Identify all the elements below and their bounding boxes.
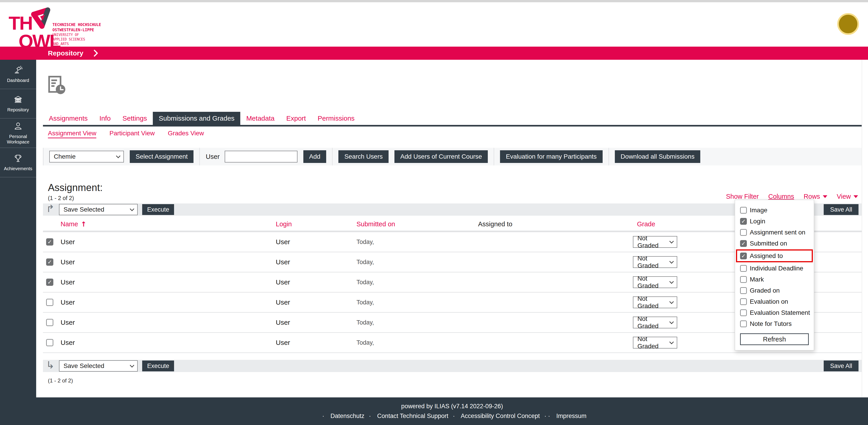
- assignment-select[interactable]: Chemie: [49, 151, 124, 163]
- caret-down-icon: [823, 195, 827, 198]
- sidebar-item-repository[interactable]: Repository: [0, 89, 36, 119]
- tab[interactable]: Permissions: [312, 112, 360, 125]
- row-checkbox[interactable]: [46, 319, 53, 326]
- add-user-button[interactable]: Add: [303, 150, 327, 163]
- grade-select[interactable]: Not Graded: [633, 276, 677, 288]
- row-name: User: [61, 278, 276, 286]
- subtab-label: Grades View: [168, 130, 204, 137]
- row-checkbox[interactable]: [46, 339, 53, 346]
- row-checkbox[interactable]: [46, 238, 53, 246]
- breadcrumb-bar: Repository: [0, 47, 868, 60]
- subtab-bar: Assignment View Participant View Grades …: [48, 130, 868, 138]
- view-link[interactable]: View: [837, 193, 858, 200]
- column-checkbox[interactable]: [740, 229, 747, 236]
- rows-link[interactable]: Rows: [804, 193, 827, 200]
- subtab[interactable]: Participant View: [110, 130, 155, 138]
- search-users-button[interactable]: Search Users: [338, 150, 389, 163]
- row-checkbox[interactable]: [46, 299, 53, 306]
- footer-link[interactable]: Datenschutz: [331, 413, 364, 419]
- columns-link[interactable]: Columns: [768, 193, 794, 200]
- evaluation-many-participants-button[interactable]: Evaluation for many Participants: [500, 150, 602, 163]
- user-avatar[interactable]: [837, 13, 859, 35]
- toolbar: Chemie Select Assignment User Add Search…: [43, 148, 862, 165]
- wordmark-line3: UNIVERSITY OF: [53, 33, 101, 37]
- sidebar: Dashboard Repository Personal Workspace: [0, 60, 36, 425]
- sidebar-item-personal-workspace[interactable]: Personal Workspace: [0, 119, 36, 148]
- user-input[interactable]: [225, 151, 298, 163]
- column-checkbox[interactable]: [740, 218, 747, 225]
- column-checkbox-label: Assignment sent on: [750, 229, 805, 236]
- subtab[interactable]: Assignment View: [48, 130, 96, 138]
- column-checkbox[interactable]: [740, 320, 747, 327]
- tab[interactable]: Info: [94, 112, 117, 125]
- save-all-button-bottom[interactable]: Save All: [824, 361, 859, 371]
- tab[interactable]: Assignments: [43, 112, 94, 125]
- columns-dropdown-item[interactable]: Note for Tutors: [735, 318, 814, 329]
- execute-button-top[interactable]: Execute: [142, 204, 174, 215]
- column-checkbox[interactable]: [740, 287, 747, 294]
- row-submitted-on: Today,: [356, 238, 478, 246]
- tab[interactable]: Settings: [117, 112, 153, 125]
- execute-button-bottom[interactable]: Execute: [142, 361, 174, 371]
- column-header-name[interactable]: Name ↑: [61, 220, 276, 228]
- column-checkbox[interactable]: [740, 309, 747, 316]
- row-checkbox[interactable]: [46, 258, 53, 266]
- columns-dropdown-item[interactable]: Assignment sent on: [735, 227, 814, 238]
- tab[interactable]: Export: [280, 112, 312, 125]
- sidebar-item-achievements[interactable]: Achievements: [0, 148, 36, 177]
- toolbar-separator: [199, 148, 200, 165]
- grade-select-value: Not Graded: [638, 315, 670, 330]
- grade-select[interactable]: Not Graded: [633, 337, 677, 348]
- refresh-button[interactable]: Refresh: [740, 333, 809, 345]
- column-checkbox[interactable]: [740, 265, 747, 272]
- columns-dropdown-item[interactable]: Assigned to: [736, 249, 813, 262]
- columns-dropdown-item[interactable]: Submitted on: [735, 238, 814, 249]
- row-checkbox[interactable]: [46, 279, 53, 286]
- column-header-submitted-on[interactable]: Submitted on: [356, 220, 478, 228]
- columns-dropdown-item[interactable]: Evaluation on: [735, 296, 814, 307]
- tab[interactable]: Metadata: [240, 112, 280, 125]
- columns-dropdown-item[interactable]: Image: [735, 205, 814, 216]
- columns-dropdown-item[interactable]: Login: [735, 216, 814, 227]
- footer-link-group: · Accessibility Control Concept: [448, 413, 540, 420]
- footer-link[interactable]: Impressum: [556, 413, 587, 419]
- footer-dot-separator: ·: [322, 413, 324, 419]
- subtab-label: Assignment View: [48, 130, 96, 137]
- add-users-current-course-button[interactable]: Add Users of Current Course: [395, 150, 488, 163]
- column-header-login[interactable]: Login: [276, 220, 356, 228]
- sidebar-item-dashboard[interactable]: Dashboard: [0, 60, 36, 89]
- save-selected-select-top[interactable]: Save Selected: [59, 204, 138, 215]
- row-login: User: [276, 299, 356, 306]
- column-checkbox[interactable]: [740, 298, 747, 305]
- column-checkbox[interactable]: [740, 253, 747, 259]
- logo-triangle-icon: [29, 6, 54, 32]
- download-all-submissions-button[interactable]: Download all Submissions: [615, 150, 701, 163]
- column-checkbox[interactable]: [740, 276, 747, 283]
- bank-icon: [13, 95, 23, 105]
- grade-select[interactable]: Not Graded: [633, 236, 677, 248]
- columns-dropdown-item[interactable]: Evaluation Statement: [735, 307, 814, 318]
- footer-link[interactable]: Accessibility Control Concept: [461, 413, 540, 419]
- columns-dropdown-item[interactable]: Graded on: [735, 285, 814, 296]
- sort-ascending-icon: ↑: [81, 220, 86, 228]
- show-filter-link[interactable]: Show Filter: [726, 193, 759, 200]
- caret-down-icon: [854, 195, 858, 198]
- grade-select[interactable]: Not Graded: [633, 317, 677, 329]
- th-owl-logo[interactable]: TH OWL TECHNISCHE HOCHSCHULE OSTWESTFALE…: [8, 6, 114, 52]
- column-checkbox[interactable]: [740, 240, 747, 247]
- subtab[interactable]: Grades View: [168, 130, 204, 138]
- columns-dropdown-item[interactable]: Individual Deadline: [735, 263, 814, 274]
- grade-select[interactable]: Not Graded: [633, 256, 677, 268]
- footer-link[interactable]: Contact Technical Support: [377, 413, 448, 419]
- select-assignment-button[interactable]: Select Assignment: [130, 150, 193, 163]
- save-all-button-top[interactable]: Save All: [824, 204, 859, 215]
- tab-label: Settings: [123, 114, 147, 122]
- row-login: User: [276, 319, 356, 326]
- tab[interactable]: Submissions and Grades: [153, 112, 240, 125]
- grade-select[interactable]: Not Graded: [633, 296, 677, 308]
- columns-dropdown-item[interactable]: Mark: [735, 274, 814, 285]
- tab-label: Assignments: [49, 114, 88, 122]
- column-checkbox[interactable]: [740, 207, 747, 214]
- save-selected-select-bottom[interactable]: Save Selected: [59, 360, 138, 372]
- powered-by-text[interactable]: powered by ILIAS (v7.14 2022-09-26): [36, 397, 868, 410]
